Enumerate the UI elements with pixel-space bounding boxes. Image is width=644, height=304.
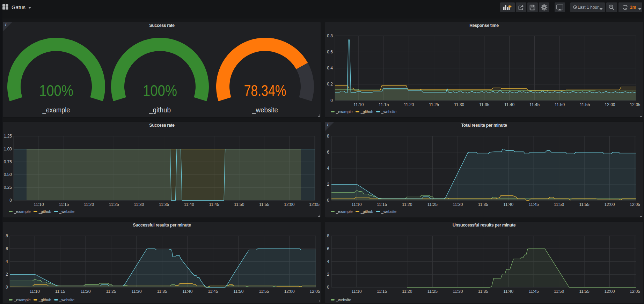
svg-text:11:40: 11:40 [184, 202, 194, 207]
svg-text:11:35: 11:35 [157, 289, 167, 294]
svg-text:2: 2 [327, 182, 329, 187]
svg-text:11:30: 11:30 [131, 289, 141, 294]
svg-text:2: 2 [6, 272, 8, 277]
svg-text:11:50: 11:50 [233, 289, 243, 294]
svg-text:_website: _website [252, 106, 278, 114]
svg-text:11:50: 11:50 [554, 202, 564, 207]
svg-text:12:00: 12:00 [604, 202, 615, 207]
svg-text:12:05: 12:05 [309, 202, 320, 207]
svg-text:8: 8 [327, 134, 329, 139]
svg-text:12:05: 12:05 [310, 289, 320, 294]
svg-text:11:35: 11:35 [478, 202, 488, 207]
svg-text:0.75: 0.75 [4, 160, 12, 164]
svg-text:12:00: 12:00 [604, 289, 615, 294]
svg-text:11:25: 11:25 [429, 102, 439, 107]
svg-text:11:15: 11:15 [377, 202, 387, 207]
svg-text:11:10: 11:10 [351, 289, 361, 294]
svg-text:11:20: 11:20 [402, 202, 412, 207]
svg-text:12:05: 12:05 [630, 289, 640, 294]
svg-text:11:55: 11:55 [259, 289, 269, 294]
svg-text:1.25: 1.25 [4, 134, 12, 139]
svg-text:11:20: 11:20 [81, 289, 91, 294]
svg-text:0: 0 [330, 98, 333, 103]
svg-text:11:45: 11:45 [529, 202, 539, 207]
svg-text:11:35: 11:35 [478, 289, 488, 294]
svg-text:11:30: 11:30 [134, 202, 144, 207]
svg-text:11:10: 11:10 [34, 202, 44, 207]
svg-text:11:50: 11:50 [234, 202, 244, 207]
svg-text:1.00: 1.00 [4, 147, 12, 151]
svg-text:11:20: 11:20 [84, 202, 94, 207]
svg-text:11:25: 11:25 [106, 289, 116, 294]
svg-text:11:20: 11:20 [404, 102, 414, 107]
svg-text:11:25: 11:25 [427, 202, 438, 207]
svg-text:6: 6 [327, 150, 329, 155]
svg-text:0.6: 0.6 [327, 50, 333, 54]
svg-text:_github: _github [149, 106, 171, 114]
svg-text:11:45: 11:45 [208, 289, 218, 294]
svg-text:2: 2 [327, 272, 329, 277]
svg-text:12:05: 12:05 [630, 202, 640, 207]
svg-text:11:30: 11:30 [453, 202, 463, 207]
svg-text:11:15: 11:15 [377, 289, 387, 294]
svg-text:11:50: 11:50 [555, 102, 565, 107]
svg-text:0: 0 [9, 198, 12, 203]
svg-text:11:35: 11:35 [479, 102, 489, 107]
svg-text:11:40: 11:40 [182, 289, 192, 294]
svg-text:11:15: 11:15 [379, 102, 389, 107]
svg-text:100%: 100% [39, 82, 73, 99]
svg-text:11:45: 11:45 [529, 102, 540, 107]
svg-text:11:10: 11:10 [353, 102, 364, 107]
svg-text:11:30: 11:30 [453, 289, 463, 294]
svg-text:8: 8 [327, 233, 329, 238]
svg-text:11:50: 11:50 [554, 289, 564, 294]
svg-text:12:05: 12:05 [630, 102, 640, 107]
svg-text:11:15: 11:15 [55, 289, 65, 294]
svg-text:0.2: 0.2 [327, 82, 333, 87]
svg-text:11:20: 11:20 [402, 289, 412, 294]
svg-text:_example: _example [42, 106, 70, 114]
svg-text:11:10: 11:10 [351, 202, 361, 207]
svg-text:11:55: 11:55 [259, 202, 269, 207]
svg-text:8: 8 [6, 233, 8, 238]
svg-text:11:55: 11:55 [580, 102, 590, 107]
svg-text:0.8: 0.8 [327, 34, 333, 38]
svg-text:11:25: 11:25 [427, 289, 438, 294]
svg-text:6: 6 [327, 246, 329, 251]
svg-text:11:10: 11:10 [30, 289, 40, 294]
svg-text:11:40: 11:40 [503, 202, 513, 207]
svg-text:4: 4 [327, 259, 329, 264]
svg-text:0: 0 [327, 198, 329, 203]
svg-text:11:45: 11:45 [529, 289, 539, 294]
svg-text:100%: 100% [143, 82, 177, 99]
svg-text:78.34%: 78.34% [244, 82, 286, 99]
svg-text:11:55: 11:55 [579, 289, 590, 294]
svg-text:6: 6 [6, 246, 8, 251]
svg-text:12:00: 12:00 [284, 289, 295, 294]
svg-text:11:30: 11:30 [454, 102, 464, 107]
svg-text:0.25: 0.25 [4, 185, 12, 190]
svg-text:11:35: 11:35 [159, 202, 169, 207]
svg-text:11:15: 11:15 [59, 202, 69, 207]
svg-text:0.50: 0.50 [4, 172, 12, 177]
svg-text:0: 0 [327, 285, 329, 290]
svg-text:12:00: 12:00 [605, 102, 615, 107]
svg-text:0: 0 [6, 285, 8, 290]
svg-text:11:40: 11:40 [503, 289, 513, 294]
svg-text:11:25: 11:25 [109, 202, 119, 207]
svg-text:12:00: 12:00 [284, 202, 294, 207]
svg-text:11:40: 11:40 [504, 102, 514, 107]
svg-text:0.4: 0.4 [327, 66, 333, 71]
svg-text:11:45: 11:45 [209, 202, 219, 207]
svg-text:11:55: 11:55 [579, 202, 590, 207]
svg-text:4: 4 [327, 166, 329, 171]
svg-text:4: 4 [6, 259, 8, 264]
